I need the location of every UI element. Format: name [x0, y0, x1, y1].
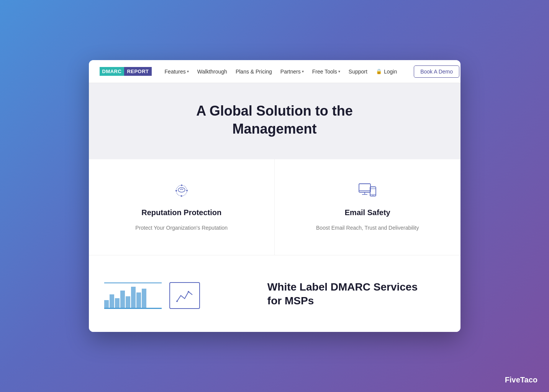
nav-walkthrough[interactable]: Walkthrough — [197, 69, 227, 75]
fivetaco-badge: FiveTaco — [505, 376, 538, 384]
bottom-title: White Label DMARC Services for MSPs — [267, 280, 445, 308]
svg-point-13 — [373, 195, 374, 196]
reputation-icon — [172, 181, 192, 201]
nav-features[interactable]: Features ▾ — [165, 69, 189, 75]
svg-point-3 — [186, 190, 188, 191]
svg-point-2 — [181, 185, 182, 186]
navbar: DMARC REPORT Features ▾ Walkthrough Plan… — [89, 60, 461, 83]
nav-login[interactable]: 🔒 Login — [376, 69, 397, 75]
nav-support[interactable]: Support — [349, 69, 367, 75]
email-safety-icon — [357, 181, 377, 200]
email-title: Email Safety — [345, 208, 390, 217]
email-icon-wrap — [356, 180, 379, 201]
reputation-title: Reputation Protection — [141, 208, 221, 217]
reputation-desc: Protect Your Organization's Reputation — [135, 224, 228, 232]
svg-point-5 — [175, 190, 177, 191]
logo[interactable]: DMARC REPORT — [100, 67, 152, 76]
partners-chevron-icon: ▾ — [302, 69, 304, 74]
svg-point-15 — [188, 291, 189, 292]
logo-dmarc[interactable]: DMARC — [100, 67, 125, 76]
hero-section: A Global Solution to the Management — [89, 83, 461, 159]
features-chevron-icon: ▾ — [187, 69, 189, 74]
email-desc: Boost Email Reach, Trust and Deliverabil… — [316, 224, 419, 232]
feature-reputation: Reputation Protection Protect Your Organ… — [89, 159, 275, 255]
ruler-chart — [104, 278, 162, 309]
bottom-text: White Label DMARC Services for MSPs — [267, 278, 445, 308]
feature-email: Email Safety Boost Email Reach, Trust an… — [275, 159, 461, 255]
browser-window: DMARC REPORT Features ▾ Walkthrough Plan… — [89, 60, 461, 332]
logo-report[interactable]: REPORT — [124, 67, 151, 76]
nav-partners[interactable]: Partners ▾ — [280, 69, 304, 75]
svg-point-0 — [178, 188, 185, 192]
features-section: Reputation Protection Protect Your Organ… — [89, 159, 461, 255]
nav-free-tools[interactable]: Free Tools ▾ — [312, 69, 340, 75]
nav-plans-pricing[interactable]: Plans & Pricing — [236, 69, 272, 75]
book-demo-button[interactable]: Book A Demo — [414, 65, 459, 78]
svg-point-4 — [181, 195, 182, 197]
svg-point-1 — [176, 185, 187, 196]
svg-point-14 — [176, 301, 178, 302]
bottom-section: White Label DMARC Services for MSPs — [89, 255, 461, 332]
analytics-icon — [175, 288, 194, 303]
reputation-icon-wrap — [170, 180, 193, 201]
lock-icon: 🔒 — [376, 69, 382, 74]
hero-title: A Global Solution to the Management — [104, 102, 445, 138]
bottom-images — [104, 278, 252, 309]
analytics-chart — [169, 282, 200, 309]
free-tools-chevron-icon: ▾ — [338, 69, 340, 74]
